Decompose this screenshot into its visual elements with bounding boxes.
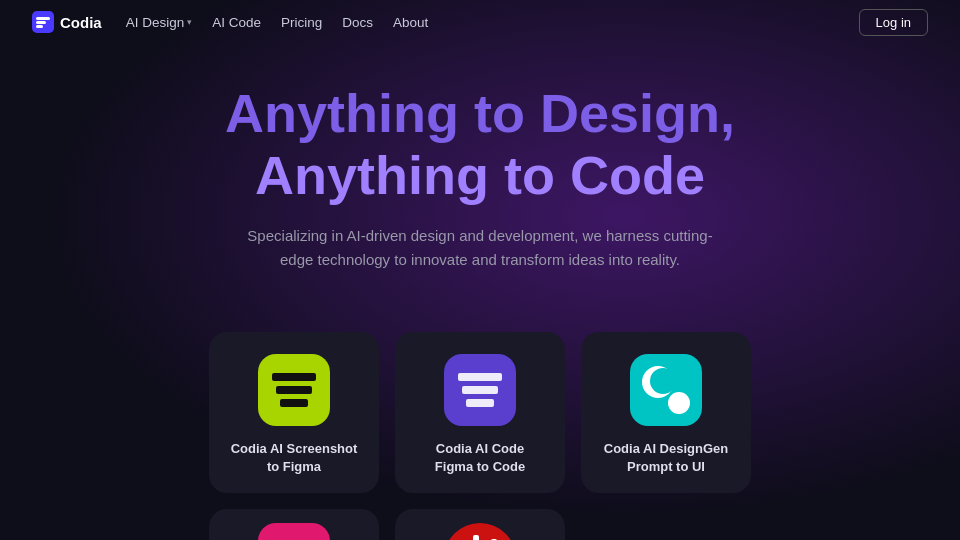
hero-title: Anything to Design, Anything to Code bbox=[20, 82, 940, 206]
nav-ai-design[interactable]: AI Design ▾ bbox=[126, 15, 193, 30]
nav-pricing[interactable]: Pricing bbox=[281, 15, 322, 30]
card-icon-kilt bbox=[258, 523, 330, 540]
header: Codia AI Design ▾ AI Code Pricing Docs A… bbox=[0, 0, 960, 44]
card-icon-screenshot bbox=[258, 354, 330, 426]
svg-rect-1 bbox=[36, 17, 50, 20]
svg-rect-2 bbox=[36, 21, 46, 24]
hero-title-line2: Anything to Code bbox=[255, 145, 705, 205]
nav-ai-code[interactable]: AI Code bbox=[212, 15, 261, 30]
card-pdf[interactable]: PDF bbox=[395, 509, 565, 540]
card-label-screenshot: Codia AI Screenshotto Figma bbox=[231, 440, 358, 476]
nav-about[interactable]: About bbox=[393, 15, 428, 30]
card-label-figma: Codia AI CodeFigma to Code bbox=[435, 440, 525, 476]
login-button[interactable]: Log in bbox=[859, 9, 928, 36]
card-label-designgen: Codia AI DesignGenPrompt to UI bbox=[604, 440, 728, 476]
header-left: Codia AI Design ▾ AI Code Pricing Docs A… bbox=[32, 11, 428, 33]
card-designgen[interactable]: Codia AI DesignGenPrompt to UI bbox=[581, 332, 751, 492]
logo-link[interactable]: Codia bbox=[32, 11, 102, 33]
hero-title-line1: Anything to Design, bbox=[225, 83, 735, 143]
pdf-bars bbox=[464, 535, 497, 540]
card-figma-code[interactable]: Codia AI CodeFigma to Code bbox=[395, 332, 565, 492]
card-icon-figma bbox=[444, 354, 516, 426]
main-nav: AI Design ▾ AI Code Pricing Docs About bbox=[126, 15, 429, 30]
card-icon-pdf: PDF bbox=[444, 523, 516, 540]
svg-rect-3 bbox=[36, 25, 43, 28]
card-kilt[interactable] bbox=[209, 509, 379, 540]
chevron-down-icon: ▾ bbox=[187, 17, 192, 27]
logo-text: Codia bbox=[60, 14, 102, 31]
card-screenshot-figma[interactable]: Codia AI Screenshotto Figma bbox=[209, 332, 379, 492]
hero-section: Anything to Design, Anything to Code Spe… bbox=[0, 44, 960, 332]
cards-row-2: PDF bbox=[0, 493, 960, 540]
pdf-icon: PDF bbox=[464, 535, 497, 540]
hero-subtitle: Specializing in AI-driven design and dev… bbox=[240, 224, 720, 272]
nav-docs[interactable]: Docs bbox=[342, 15, 373, 30]
card-icon-designgen bbox=[630, 354, 702, 426]
cards-row-1: Codia AI Screenshotto Figma Codia AI Cod… bbox=[0, 332, 960, 492]
teal-design-icon bbox=[640, 364, 692, 416]
lines-purple-icon bbox=[458, 373, 502, 407]
logo-icon bbox=[32, 11, 54, 33]
lines-icon bbox=[272, 373, 316, 407]
